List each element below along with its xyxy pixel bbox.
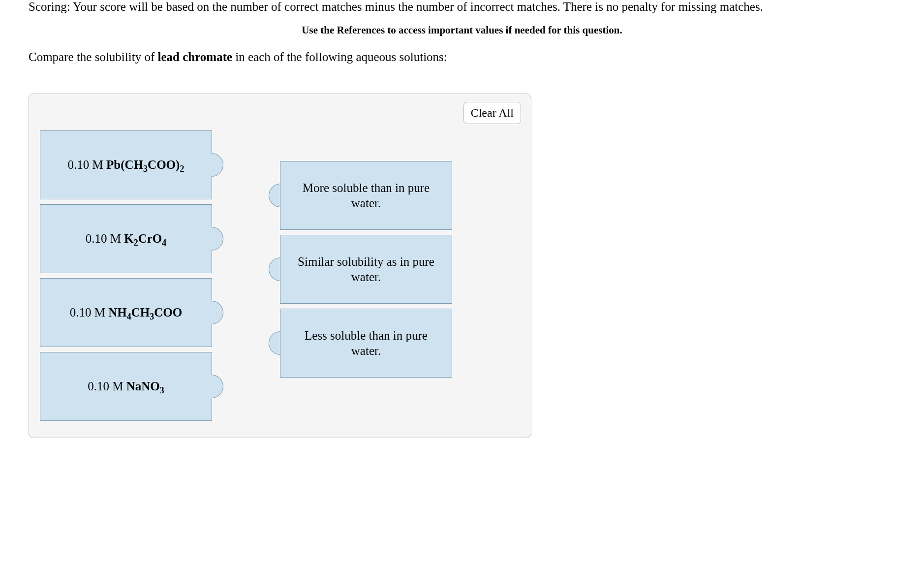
- scoring-text: Scoring: Your score will be based on the…: [29, 0, 895, 14]
- source-column: 0.10 M Pb(CH3COO)2 0.10 M K2CrO4: [40, 130, 223, 421]
- clear-all-button[interactable]: Clear All: [463, 102, 521, 124]
- question-prompt: Compare the solubility of lead chromate …: [29, 50, 895, 64]
- prompt-pre: Compare the solubility of: [29, 50, 157, 64]
- source-item[interactable]: 0.10 M Pb(CH3COO)2: [40, 130, 223, 199]
- source-item[interactable]: 0.10 M NaNO3: [40, 352, 223, 421]
- connector-left-icon: [269, 257, 280, 281]
- connector-right-icon: [212, 227, 223, 251]
- matching-panel: Clear All 0.10 M Pb(CH3COO)2 0.10 M K2Cr…: [29, 94, 531, 438]
- target-item[interactable]: Similar solubility as in pure water.: [269, 235, 452, 304]
- connector-left-icon: [269, 331, 280, 355]
- connector-right-icon: [212, 153, 223, 177]
- connector-right-icon: [212, 301, 223, 324]
- source-label: 0.10 M Pb(CH3COO)2: [68, 157, 185, 172]
- source-label: 0.10 M K2CrO4: [86, 231, 167, 246]
- target-item[interactable]: Less soluble than in pure water.: [269, 309, 452, 378]
- connector-right-icon: [212, 375, 223, 398]
- target-column: More soluble than in pure water. Similar…: [269, 161, 452, 378]
- target-label: Similar solubility as in pure water.: [288, 254, 444, 285]
- source-item[interactable]: 0.10 M NH4CH3COO: [40, 278, 223, 347]
- connector-left-icon: [269, 184, 280, 207]
- source-item[interactable]: 0.10 M K2CrO4: [40, 204, 223, 273]
- prompt-post: in each of the following aqueous solutio…: [232, 50, 447, 64]
- source-label: 0.10 M NH4CH3COO: [70, 305, 182, 320]
- source-label: 0.10 M NaNO3: [88, 379, 164, 394]
- target-label: Less soluble than in pure water.: [288, 328, 444, 359]
- target-item[interactable]: More soluble than in pure water.: [269, 161, 452, 230]
- references-hint: Use the References to access important v…: [29, 24, 895, 36]
- prompt-bold: lead chromate: [157, 50, 232, 64]
- target-label: More soluble than in pure water.: [288, 180, 444, 211]
